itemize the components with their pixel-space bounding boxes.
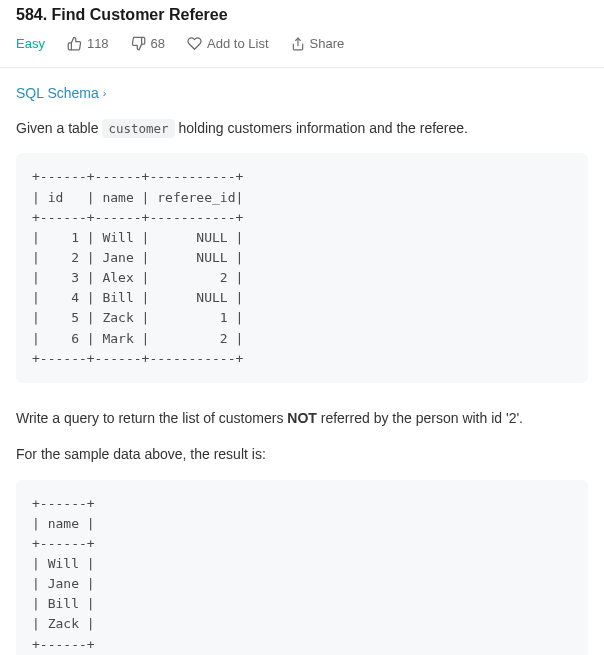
divider (0, 67, 604, 68)
intro-paragraph: Given a table customer holding customers… (16, 117, 588, 139)
heart-icon (187, 36, 202, 51)
share-label: Share (310, 36, 345, 51)
customer-table-block: +------+------+-----------+ | id | name … (16, 153, 588, 382)
problem-number: 584. (16, 6, 47, 23)
dislike-button[interactable]: 68 (131, 36, 165, 51)
problem-name: Find Customer Referee (52, 6, 228, 23)
share-icon (291, 37, 305, 51)
add-to-list-button[interactable]: Add to List (187, 36, 268, 51)
result-intro: For the sample data above, the result is… (16, 443, 588, 465)
like-button[interactable]: 118 (67, 36, 109, 51)
task-prefix: Write a query to return the list of cust… (16, 410, 287, 426)
task-suffix: referred by the person with id '2'. (317, 410, 523, 426)
meta-row: Easy 118 68 Add to List Share (16, 36, 588, 51)
intro-prefix: Given a table (16, 120, 102, 136)
result-table-block: +------+ | name | +------+ | Will | | Ja… (16, 480, 588, 655)
like-count: 118 (87, 36, 109, 51)
intro-suffix: holding customers information and the re… (175, 120, 468, 136)
chevron-right-icon: › (103, 87, 107, 99)
table-name-code: customer (102, 119, 174, 138)
thumbs-up-icon (67, 36, 82, 51)
task-paragraph: Write a query to return the list of cust… (16, 407, 588, 429)
dislike-count: 68 (151, 36, 165, 51)
share-button[interactable]: Share (291, 36, 345, 51)
task-emphasis: NOT (287, 410, 317, 426)
difficulty-badge: Easy (16, 36, 45, 51)
add-to-list-label: Add to List (207, 36, 268, 51)
sql-schema-label: SQL Schema (16, 85, 99, 101)
thumbs-down-icon (131, 36, 146, 51)
sql-schema-link[interactable]: SQL Schema › (16, 85, 106, 101)
problem-title: 584. Find Customer Referee (16, 6, 588, 24)
